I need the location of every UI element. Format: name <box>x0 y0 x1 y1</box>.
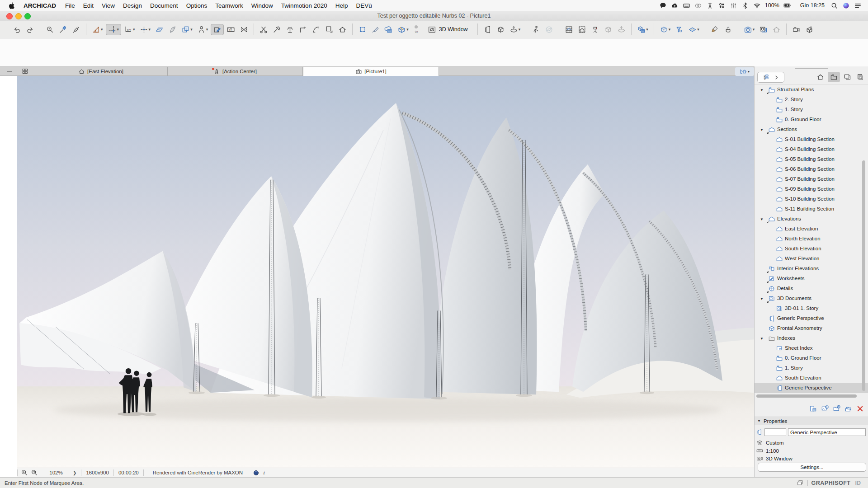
rendered-image-viewport[interactable] <box>17 76 754 468</box>
toolbar-cube-button[interactable] <box>495 24 507 35</box>
toolbar-pencil-button[interactable] <box>369 24 382 35</box>
toolbar-gridhouse-button[interactable] <box>563 24 575 35</box>
tree-item-frontal-axonometry[interactable]: Frontal Axonometry <box>755 324 868 333</box>
tree-item-2-story[interactable]: 2. Story <box>755 95 868 105</box>
expand-arrow-icon[interactable]: ▼ <box>760 297 764 301</box>
info-icon[interactable]: i <box>263 469 265 476</box>
tree-item-south-elevation[interactable]: South Elevation <box>755 244 868 254</box>
status-dotsgrid-icon[interactable] <box>718 2 726 9</box>
expand-arrow-icon[interactable]: ▼ <box>760 217 764 221</box>
menu-window[interactable]: Window <box>247 2 277 9</box>
tree-item-elevations[interactable]: ▼Elevations <box>755 214 868 224</box>
tree-item-generic-perspective[interactable]: Generic Perspective <box>755 383 868 393</box>
expand-arrow-icon[interactable]: ▼ <box>760 128 764 132</box>
tree-item-generic-perspective[interactable]: Generic Perspective <box>755 314 868 324</box>
toolbar-undo-button[interactable] <box>11 24 23 35</box>
tree-item-sheet-index[interactable]: Sheet Index <box>755 343 868 353</box>
toolbar-resizebox-button[interactable] <box>323 24 335 35</box>
toolbar-tree-button[interactable] <box>284 24 296 35</box>
chevron-down-icon[interactable]: ▾ <box>117 27 119 32</box>
toolbar-editplane-button[interactable] <box>211 24 224 35</box>
menu-design[interactable]: Design <box>119 2 146 9</box>
chevron-down-icon[interactable]: ▾ <box>190 27 193 32</box>
toolbar-snapguide-button[interactable]: ▾ <box>106 24 122 35</box>
toolbar-washbrush-button[interactable] <box>722 24 734 35</box>
property-row-1-100[interactable]: 1:100 <box>755 447 868 455</box>
toolbar-picker-button[interactable] <box>44 24 56 35</box>
navigator-x-button[interactable] <box>856 405 864 413</box>
menu-help[interactable]: Help <box>331 2 352 9</box>
menu-edit[interactable]: Edit <box>79 2 98 9</box>
tree-item-s-09-building-section[interactable]: S-09 Building Section <box>755 184 868 194</box>
tree-item-indexes[interactable]: ▼Indexes <box>755 333 868 343</box>
toolbar-orbit-button[interactable]: ▾ <box>508 24 523 35</box>
chevron-down-icon[interactable]: ▾ <box>149 27 151 32</box>
tab-picture1[interactable]: [Picture1] <box>303 67 439 76</box>
toolbar-scissors-button[interactable] <box>258 24 270 35</box>
navigator-addimg-button[interactable] <box>821 405 829 413</box>
chevron-down-icon[interactable]: ▾ <box>646 27 648 32</box>
tree-item-1-story[interactable]: 1. Story <box>755 105 868 115</box>
tree-item-interior-elevations[interactable]: Interior Elevations <box>755 264 868 274</box>
chevron-down-icon[interactable]: ▾ <box>519 27 521 32</box>
menu-options[interactable]: Options <box>182 2 212 9</box>
toolbar-snappts-button[interactable]: ▾ <box>138 24 153 35</box>
navigator-settings-button[interactable] <box>809 405 817 413</box>
zoom-fit-button[interactable] <box>31 469 38 476</box>
view-name-field[interactable]: Generic Perspective <box>788 428 866 436</box>
tree-item-s-06-building-section[interactable]: S-06 Building Section <box>755 164 868 174</box>
menu-document[interactable]: Document <box>146 2 182 9</box>
toolbar-videocam-button[interactable] <box>790 24 802 35</box>
toolbar-trace-button[interactable]: ▾ <box>179 24 194 35</box>
window-title-bar[interactable]: Test per oggetto editabile Nurbs 02 - Pi… <box>0 11 868 21</box>
toolbar-dashedcube-button[interactable]: ▾ <box>658 24 673 35</box>
status-antenna-icon[interactable] <box>706 2 714 9</box>
menu-archicad[interactable]: ARCHICAD <box>19 2 61 9</box>
chevron-down-icon[interactable]: ▾ <box>206 27 208 32</box>
toolbar-cloudnote-button[interactable] <box>382 24 395 35</box>
toolbar-xy-button[interactable]: XY▾ <box>122 24 137 35</box>
tree-item-s-05-building-section[interactable]: S-05 Building Section <box>755 155 868 164</box>
chevron-down-icon[interactable]: ▾ <box>406 27 409 32</box>
tree-item-s-10-building-section[interactable]: S-10 Building Section <box>755 194 868 204</box>
toolbar-feather-button[interactable] <box>166 24 179 35</box>
tree-horizontal-scrollbar[interactable] <box>756 394 857 398</box>
toolbar-plane-button[interactable] <box>153 24 165 35</box>
toolbar-funnel-button[interactable] <box>673 24 685 35</box>
chevron-down-icon[interactable]: ▾ <box>133 27 135 32</box>
zoom-level[interactable]: 102% <box>46 470 66 475</box>
toolbar-ruler12-button[interactable]: 12 <box>225 24 237 35</box>
tree-item-0-ground-floor[interactable]: 0. Ground Floor <box>755 115 868 125</box>
toolbar-eyedrop-button[interactable] <box>57 24 69 35</box>
tab-bar-collapse-button[interactable] <box>5 68 14 75</box>
settings-button[interactable]: Settings... <box>758 463 866 472</box>
toolbar-cameracopy-button[interactable] <box>757 24 769 35</box>
property-row-custom[interactable]: Custom <box>755 439 868 446</box>
zoom-in-button[interactable] <box>21 469 28 476</box>
toolbar-hammer-button[interactable] <box>271 24 283 35</box>
property-row-3d-window[interactable]: 3D Window <box>755 455 868 462</box>
toolbar-fillet-button[interactable] <box>310 24 322 35</box>
tree-item-0-ground-floor[interactable]: 0. Ground Floor <box>755 353 868 363</box>
status-cc-icon[interactable] <box>694 2 702 9</box>
chevron-down-icon[interactable]: ▾ <box>753 27 755 32</box>
tree-item-s-01-building-section[interactable]: S-01 Building Section <box>755 135 868 145</box>
navigator-clone-button[interactable] <box>844 405 852 413</box>
status-sliders-icon[interactable] <box>730 2 737 9</box>
status-wifi-icon[interactable] <box>753 2 761 9</box>
menu-teamwork[interactable]: Teamwork <box>211 2 247 9</box>
status-speech-icon[interactable] <box>659 2 667 9</box>
tab-action-center[interactable]: [Action Center] <box>168 67 303 76</box>
tree-item-east-elevation[interactable]: East Elevation <box>755 224 868 234</box>
tree-vertical-scrollbar[interactable] <box>862 160 865 391</box>
status-search-icon[interactable] <box>830 2 838 9</box>
toolbar-3d-window-button[interactable]: 3D Window <box>423 24 472 35</box>
toolbar-nodes-button[interactable] <box>356 24 368 35</box>
tree-item-1-story[interactable]: 1. Story <box>755 363 868 373</box>
tree-item-worksheets[interactable]: Worksheets <box>755 274 868 284</box>
properties-header[interactable]: ▼ Properties <box>755 417 868 425</box>
toolbar-framehouse-button[interactable] <box>576 24 588 35</box>
toolbar-redo-button[interactable] <box>24 24 36 35</box>
toolbar-roof-button[interactable] <box>336 24 349 35</box>
window-copy-icon[interactable] <box>797 479 804 487</box>
